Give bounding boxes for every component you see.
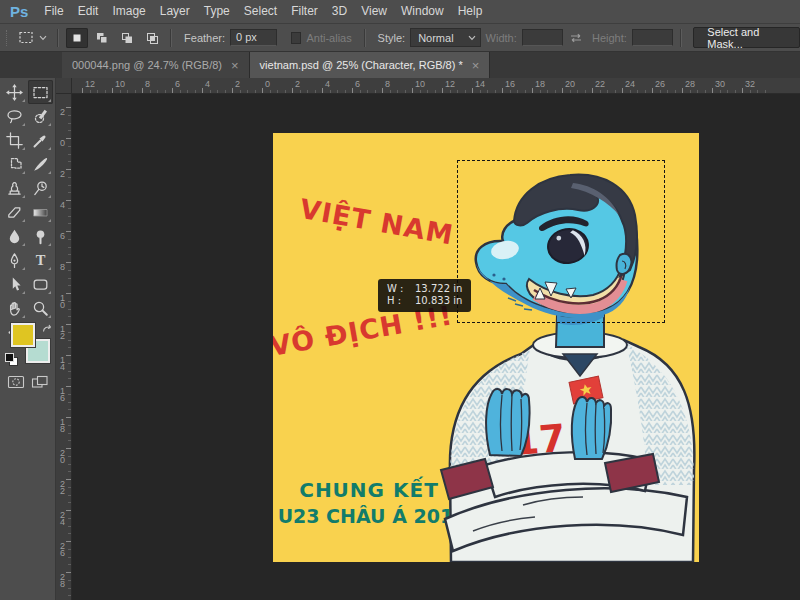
rectangle-tool[interactable] [28,272,53,296]
ruler-tick [97,90,98,93]
dodge-tool[interactable] [28,224,53,248]
eyedropper-tool[interactable] [28,128,53,152]
menu-view[interactable]: View [354,0,394,23]
ruler-tick [180,90,181,93]
eraser-tool[interactable] [2,200,27,224]
tools-grid: T [0,78,55,344]
screen-mode-icon[interactable] [31,374,49,390]
menu-file[interactable]: File [37,0,70,23]
tab-vietnam-psd[interactable]: vietnam.psd @ 25% (Character, RGB/8) * × [250,52,491,78]
history-brush-tool[interactable] [28,176,53,200]
ruler-tick [66,138,71,139]
ruler-tick [375,90,376,93]
zoom-tool[interactable] [28,296,53,320]
clone-stamp-tool[interactable] [2,176,27,200]
default-colors-icon[interactable] [5,353,17,365]
ruler-tick [225,90,226,93]
ruler-tick [82,88,83,93]
ruler-tick [68,425,71,426]
menu-image[interactable]: Image [105,0,152,23]
ruler-tick [247,90,248,93]
hand-tool[interactable] [2,296,27,320]
ruler-label: 22 [595,79,605,89]
default-swap-colors-icon[interactable] [41,320,54,338]
brush-tool[interactable] [28,152,53,176]
height-input[interactable] [632,29,674,46]
ruler-tick [622,88,623,93]
ruler-tick [495,90,496,93]
type-tool[interactable]: T [28,248,53,272]
menu-window[interactable]: Window [394,0,451,23]
subtract-from-selection-button[interactable] [116,28,138,48]
ruler-tick [630,90,631,93]
width-label: Width: [486,32,517,44]
ruler-tick [645,90,646,93]
ruler-tick [66,386,71,387]
ruler-tick [540,90,541,93]
crop-tool[interactable] [2,128,27,152]
intersect-selection-button[interactable] [141,28,163,48]
ruler-tick [66,541,71,542]
spot-healing-brush-tool[interactable] [2,152,27,176]
path-selection-tool[interactable] [2,272,27,296]
horizontal-ruler[interactable]: 1210864202468101214161820222426283032 [72,78,800,94]
ruler-tick [68,254,71,255]
quick-selection-tool[interactable] [28,104,53,128]
menu-help[interactable]: Help [451,0,490,23]
ruler-label: 2 [295,79,300,89]
new-selection-button[interactable] [66,28,88,48]
feather-input[interactable]: 0 px [230,29,277,46]
anti-alias-checkbox[interactable] [291,32,302,44]
tab-label: 000044.png @ 24.7% (RGB/8) [72,59,222,71]
gradient-tool[interactable] [28,200,53,224]
tool-preset-picker[interactable] [15,28,50,47]
ruler-label: 1 8 [56,419,69,433]
ruler-tick [66,169,71,170]
ruler-tick [202,88,203,93]
ruler-tick [285,90,286,93]
style-value: Normal [418,32,453,44]
style-select[interactable]: Normal [410,28,480,47]
ruler-label: 2 0 [56,450,69,464]
menu-select[interactable]: Select [237,0,284,23]
move-tool[interactable] [2,80,27,104]
menu-type[interactable]: Type [197,0,237,23]
tab-000044-png[interactable]: 000044.png @ 24.7% (RGB/8) × [62,52,250,78]
ruler-tick [68,340,71,341]
width-input[interactable] [522,29,564,46]
ruler-tick [360,90,361,93]
pen-tool[interactable] [2,248,27,272]
ruler-tick [165,90,166,93]
ruler-tick [112,88,113,93]
ruler-label: 1 2 [56,326,69,340]
foreground-color-swatch[interactable] [11,323,35,347]
menu-edit[interactable]: Edit [71,0,106,23]
separator [57,29,59,47]
add-to-selection-button[interactable] [91,28,113,48]
ruler-tick [68,409,71,410]
tab-close-icon[interactable]: × [231,59,239,72]
swap-width-height-icon[interactable] [567,31,583,45]
lasso-tool[interactable] [2,104,27,128]
svg-text:T: T [35,252,45,268]
tab-close-icon[interactable]: × [472,59,480,72]
ruler-tick [127,90,128,93]
ruler-tick [68,223,71,224]
rectangular-marquee-tool[interactable] [28,80,53,104]
select-and-mask-button[interactable]: Select and Mask... [693,27,800,48]
ruler-tick [187,90,188,93]
menu-layer[interactable]: Layer [153,0,197,23]
ruler-tick [667,90,668,93]
vertical-ruler[interactable]: 2024681 01 21 41 61 82 02 22 42 62 8 [56,94,72,600]
tab-label: vietnam.psd @ 25% (Character, RGB/8) * [260,59,463,71]
ruler-label: 24 [625,79,635,89]
menu-3d[interactable]: 3D [325,0,354,23]
ruler-label: 10 [415,79,425,89]
menu-filter[interactable]: Filter [284,0,325,23]
blur-tool[interactable] [2,224,27,248]
ruler-tick [637,90,638,93]
quick-mask-icon[interactable] [7,374,25,390]
ruler-tick [68,394,71,395]
ruler-tick [352,88,353,93]
ruler-label: 20 [565,79,575,89]
